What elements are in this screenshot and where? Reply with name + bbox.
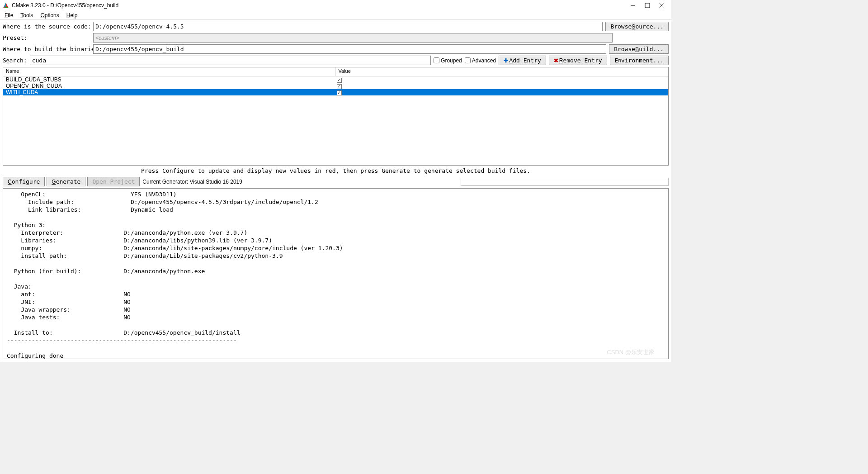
cell-value: ✓ <box>336 89 669 95</box>
cell-value: ✓ <box>336 83 669 89</box>
cell-name: OPENCV_DNN_CUDA <box>3 83 336 89</box>
action-bar: Configure Generate Open Project Current … <box>0 176 671 187</box>
grid-header: Name Value <box>3 67 668 76</box>
checkbox-icon[interactable]: ✓ <box>337 78 342 83</box>
build-path-input[interactable] <box>93 44 606 54</box>
cell-value: ✓ <box>336 76 669 83</box>
browse-source-button[interactable]: Browse Source... <box>605 22 669 31</box>
build-label: Where to build the binaries: <box>3 46 90 52</box>
environment-button[interactable]: Environment... <box>610 56 669 65</box>
close-button[interactable] <box>659 2 665 9</box>
col-name-header[interactable]: Name <box>3 67 336 76</box>
source-label: Where is the source code: <box>3 23 90 30</box>
minimize-button[interactable] <box>630 2 636 9</box>
window-controls <box>630 2 669 9</box>
browse-build-button[interactable]: Browse Build... <box>609 44 669 54</box>
open-project-button[interactable]: Open Project <box>87 177 140 186</box>
app-icon <box>3 2 9 9</box>
x-icon: ✖ <box>554 57 558 64</box>
preset-label: Preset: <box>3 34 90 41</box>
menubar: File Tools Options Help <box>0 11 671 20</box>
watermark-text: CSDN @乐安世家 <box>607 348 655 356</box>
preset-placeholder: <custom> <box>95 35 119 41</box>
table-row[interactable]: BUILD_CUDA_STUBS✓ <box>3 76 668 83</box>
configure-button[interactable]: Configure <box>3 177 45 186</box>
col-value-header[interactable]: Value <box>336 67 669 76</box>
config-rows: Where is the source code: Browse Source.… <box>0 20 671 67</box>
menu-tools[interactable]: Tools <box>18 11 36 19</box>
table-row[interactable]: OPENCV_DNN_CUDA✓ <box>3 83 668 89</box>
cell-name: WITH_CUDA <box>3 89 336 95</box>
options-grid: Name Value BUILD_CUDA_STUBS✓OPENCV_DNN_C… <box>3 67 669 166</box>
maximize-button[interactable] <box>644 2 651 9</box>
progress-bar <box>461 178 669 186</box>
add-entry-button[interactable]: ✚Add Entry <box>499 56 546 65</box>
grouped-checkbox[interactable]: Grouped <box>434 57 462 64</box>
curgen-label: Current Generator: Visual Studio 16 2019 <box>142 178 242 185</box>
remove-entry-button[interactable]: ✖Remove Entry <box>549 56 607 65</box>
hint-text: Press Configure to update and display ne… <box>0 166 671 176</box>
menu-help[interactable]: Help <box>64 11 80 19</box>
menu-file[interactable]: File <box>2 11 16 19</box>
preset-dropdown[interactable]: <custom> <box>93 33 613 43</box>
output-log[interactable]: OpenCL: YES (NVD3D11) Include path: D:/o… <box>3 188 669 359</box>
advanced-checkbox[interactable]: Advanced <box>465 57 496 64</box>
cell-name: BUILD_CUDA_STUBS <box>3 76 336 83</box>
source-path-input[interactable] <box>93 22 603 31</box>
generate-button[interactable]: Generate <box>47 177 85 186</box>
search-label: Search: <box>3 57 27 64</box>
plus-icon: ✚ <box>504 57 508 64</box>
search-input[interactable] <box>30 56 431 65</box>
window-title: CMake 3.23.0 - D:/Opencv455/opencv_build <box>12 2 630 9</box>
svg-rect-4 <box>645 3 650 8</box>
checkbox-icon[interactable]: ✓ <box>337 90 342 95</box>
cmake-window: CMake 3.23.0 - D:/Opencv455/opencv_build… <box>0 0 671 362</box>
titlebar: CMake 3.23.0 - D:/Opencv455/opencv_build <box>0 0 671 11</box>
checkbox-icon[interactable]: ✓ <box>337 84 342 89</box>
table-row[interactable]: WITH_CUDA✓ <box>3 89 668 95</box>
menu-options[interactable]: Options <box>38 11 61 19</box>
grid-body[interactable]: BUILD_CUDA_STUBS✓OPENCV_DNN_CUDA✓WITH_CU… <box>3 76 668 165</box>
